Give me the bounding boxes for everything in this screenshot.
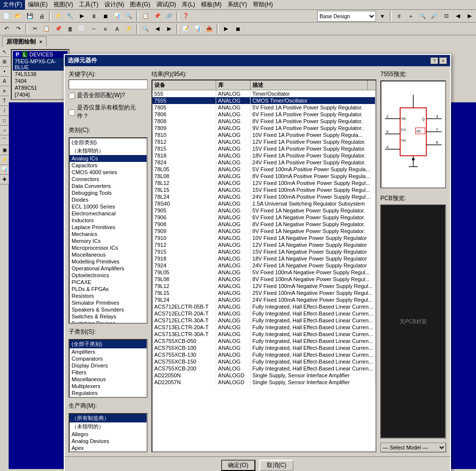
zoom-next-btn[interactable]: ▶ [464, 11, 475, 22]
category-item[interactable]: Memory ICs [70, 237, 147, 244]
menu-template[interactable]: 模板(M) [198, 0, 225, 10]
tb-btn11[interactable]: 🔍 [124, 11, 134, 22]
device-item[interactable]: 7404 [13, 78, 68, 84]
junction-tool[interactable]: • [0, 67, 9, 77]
bus-tool[interactable]: ≡ [0, 86, 9, 96]
table-row[interactable]: 7918 ANALOG 18V Fixed 1A Negative Power … [152, 255, 376, 262]
wire-btn[interactable]: ～ [88, 24, 99, 34]
table-row[interactable]: ACS755XCB-050 ANALOG Fully Integrated, H… [152, 338, 376, 344]
table-row[interactable]: 79L05 ANALOG 5V Fixed 100mA Negative Pow… [152, 269, 376, 276]
table-row[interactable]: 7912 ANALOG 12V Fixed 1A Negative Power … [152, 241, 376, 248]
device-item[interactable]: 75EG-MPX6-CA-BLUE [13, 58, 68, 71]
subcategory-item[interactable]: Multiplexers [70, 383, 147, 390]
schematic-tab-close[interactable]: × [39, 39, 42, 45]
table-row[interactable]: AD22057N ANALOGD Single Supply, Sensor I… [152, 379, 376, 386]
label-btn[interactable]: A [112, 24, 123, 34]
tb-btn5[interactable]: ⚡ [53, 11, 64, 22]
manufacturer-item[interactable]: （未指明的） [70, 422, 147, 431]
table-row[interactable]: 555 ANALOG Timer/Oscillator [152, 90, 376, 97]
menu-view[interactable]: 视图(V) [50, 0, 76, 10]
table-row[interactable]: 7908 ANALOG 8V Fixed 1A Negative Power S… [152, 221, 376, 228]
tb-btn8[interactable]: ⏸ [88, 11, 99, 22]
select-btn[interactable]: ⬜ [76, 24, 87, 34]
bus-btn[interactable]: ≡ [100, 24, 111, 34]
model-dropdown[interactable]: — Select Model — [380, 443, 446, 452]
manufacturer-item[interactable]: Burr-Brown [70, 451, 147, 452]
subcategory-item[interactable]: Display Drivers [70, 362, 147, 369]
stop-btn[interactable]: ⏹ [232, 24, 243, 34]
copy-btn[interactable]: 📋 [41, 24, 52, 34]
category-item[interactable]: Microprocessor ICs [70, 244, 147, 251]
category-item[interactable]: Speakers & Sounders [70, 306, 147, 313]
show-model-checkbox[interactable] [69, 109, 75, 116]
category-item[interactable]: Optoelectronics [70, 272, 147, 279]
prop-btn[interactable]: 📝 [180, 24, 191, 34]
table-row[interactable]: 79L15 ANALOG 25V Fixed 100mA Negative Po… [152, 289, 376, 296]
category-item[interactable]: Data Converters [70, 183, 147, 189]
circle-tool[interactable]: ○ [0, 126, 9, 135]
table-row[interactable]: 7905 ANALOG 5V Fixed 1A Negative Power S… [152, 207, 376, 214]
text-tool[interactable]: T [0, 96, 9, 106]
zoom-prev-btn[interactable]: ◀ [452, 11, 463, 22]
category-item[interactable]: （未指明的） [70, 147, 147, 155]
table-row[interactable]: 7815 ANALOG 15V Fixed 1A Positive Power … [152, 145, 376, 152]
line-tool[interactable]: / [0, 106, 9, 116]
category-item[interactable]: Switches & Relays [70, 313, 147, 320]
col-header-device[interactable]: 设备 [152, 80, 216, 90]
category-item[interactable]: PLDs & FPGAs [70, 286, 147, 292]
new-btn[interactable]: 📄 [1, 11, 12, 22]
open-btn[interactable]: 📂 [13, 11, 24, 22]
zoom-fit-btn[interactable]: ⊡ [441, 11, 451, 22]
category-item[interactable]: (全部类别) [70, 138, 147, 147]
table-row[interactable]: 7806 ANALOG 6V Fixed 1A Positive Power S… [152, 111, 376, 118]
tb-btn14[interactable]: 🔗 [164, 11, 175, 22]
arc-tool[interactable]: ⌒ [0, 135, 9, 145]
category-item[interactable]: Simulator Primitives [70, 299, 147, 306]
cursor-tool[interactable]: ↖ [0, 47, 9, 57]
export-btn[interactable]: 📤 [204, 24, 215, 34]
category-item[interactable]: Analog ICs [70, 155, 147, 162]
category-item[interactable]: Connectors [70, 176, 147, 183]
table-row[interactable]: ACS755XCB-150 ANALOG Fully Integrated, H… [152, 358, 376, 365]
table-row[interactable]: 79L08 ANALOG 8V Fixed 100mA Negative Pow… [152, 276, 376, 283]
menu-edit[interactable]: 编辑(E) [25, 0, 50, 10]
table-row[interactable]: ACS712ELCTR-05B-T ANALOG Fully Integrate… [152, 303, 376, 310]
table-row[interactable]: 7824 ANALOG 24V Fixed 1A Positive Power … [152, 159, 376, 166]
table-row[interactable]: 78L12 ANALOG 12V Fixed 100mA Positive Po… [152, 180, 376, 186]
marker-tool[interactable]: ✚ [0, 175, 9, 184]
run-btn[interactable]: ▶ [221, 24, 231, 34]
subcategory-item[interactable]: Timers [70, 396, 147, 398]
table-row[interactable]: ACS712ELCTR-30A-T ANALOG Fully Integrate… [152, 317, 376, 324]
menu-graph[interactable]: 图表(G) [127, 0, 153, 10]
menu-help[interactable]: 帮助(H) [250, 0, 276, 10]
cut-btn[interactable]: ✂ [29, 24, 40, 34]
table-row[interactable]: ACS713ELCTR-30A-T ANALOG Fully Integrate… [152, 331, 376, 338]
menu-system[interactable]: 系统(Y) [225, 0, 250, 10]
subcategory-item[interactable]: Comparators [70, 355, 147, 362]
table-row[interactable]: 78L08 ANALOG 8V Fixed 100mA Positive Pow… [152, 173, 376, 180]
col-header-lib[interactable]: 库 [216, 80, 251, 90]
table-row[interactable]: AD22050N ANALOGD Single Supply, Sensor I… [152, 372, 376, 379]
zoom-out-btn[interactable]: 🔎 [429, 11, 440, 22]
snap-btn[interactable]: + [405, 11, 416, 22]
cancel-button[interactable]: 取消(C) [259, 460, 294, 471]
category-item[interactable]: Mechanics [70, 231, 147, 237]
subcategory-item[interactable]: Amplifiers [70, 348, 147, 355]
search-find-btn[interactable]: 🔍 [140, 24, 151, 34]
tb-btn10[interactable]: 📊 [112, 11, 123, 22]
box-tool[interactable]: □ [0, 116, 9, 126]
category-item[interactable]: Capacitors [70, 162, 147, 169]
graph-tool[interactable]: 📊 [0, 165, 9, 175]
schematic-tab[interactable]: 原理图绘制 × [2, 36, 47, 47]
manufacturer-item[interactable]: Analog Devices [70, 438, 147, 445]
category-item[interactable]: Laplace Primitives [70, 224, 147, 231]
subcategory-list[interactable]: (全部子类别)AmplifiersComparatorsDisplay Driv… [69, 339, 148, 398]
table-row[interactable]: 78L24 ANALOG 24V Fixed 100mA Positive Po… [152, 193, 376, 200]
manufacturer-list[interactable]: （所有制造商）（未指明的）AllegroAnalog DevicesApexBu… [69, 413, 148, 452]
table-row[interactable]: 7810 ANALOG 10V Fixed 1A Positive Power … [152, 131, 376, 138]
grid-btn[interactable]: # [394, 11, 404, 22]
manufacturer-item[interactable]: Apex [70, 445, 147, 451]
save-btn[interactable]: 💾 [25, 11, 35, 22]
category-item[interactable]: Operational Amplifiers [70, 265, 147, 272]
table-row[interactable]: 7909 ANALOG 9V Fixed 1A Negative Power S… [152, 228, 376, 235]
